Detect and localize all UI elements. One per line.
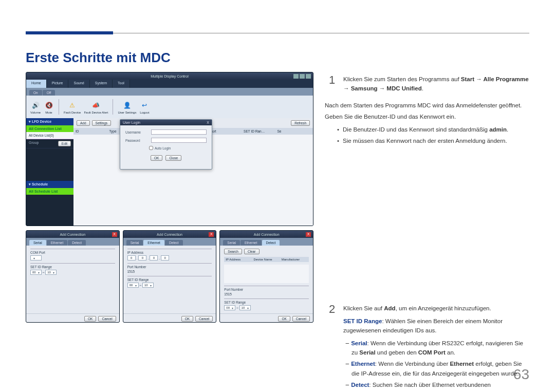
tab-serial[interactable]: Serial: [126, 240, 143, 246]
user-icon: 👤: [122, 100, 132, 110]
cancel-button[interactable]: Cancel: [98, 316, 116, 322]
tab-picture[interactable]: Picture: [47, 80, 69, 88]
sidebar-lfd[interactable]: ▾ LFD Device: [26, 118, 73, 125]
ok-button[interactable]: OK: [181, 316, 193, 322]
setid-to[interactable]: 10: [45, 270, 57, 275]
content-row: ▾ LFD Device All Connection List All Dev…: [26, 118, 313, 226]
main-pane: Add Settings Refresh IDTypePowerConnecti…: [73, 118, 313, 226]
comport-select[interactable]: [30, 255, 42, 260]
tab-tool[interactable]: Tool: [113, 80, 130, 88]
sidebar-devicelist[interactable]: All Device List(0): [26, 132, 73, 139]
clear-button[interactable]: Clear: [244, 249, 260, 254]
close-icon[interactable]: X: [209, 232, 214, 237]
password-input[interactable]: [151, 138, 207, 143]
cancel-button[interactable]: Cancel: [195, 316, 213, 322]
mode-detect: Detect: Suchen Sie nach über Ethernet ve…: [345, 380, 529, 392]
login-close-button[interactable]: Close: [165, 155, 181, 161]
comport-label: COM Port: [30, 251, 115, 254]
after-start-1: Nach dem Starten des Programms MDC wird …: [325, 101, 529, 110]
setid-to[interactable]: 10: [239, 305, 251, 310]
step-1-line: Klicken Sie zum Starten des Programms au…: [343, 74, 529, 94]
step-1: 1 Klicken Sie zum Starten des Programms …: [329, 74, 529, 97]
setid-label: SET ID Range: [30, 265, 115, 269]
dialog-titlebar: User Login X: [120, 120, 212, 125]
user-login-dialog: User Login X Username Password Auto Logi…: [120, 119, 212, 170]
ribbon-user[interactable]: 👤User Settings: [118, 100, 136, 114]
setid-from[interactable]: 00: [224, 305, 235, 310]
mdc-main-window: Multiple Display Control Home Picture So…: [26, 72, 313, 226]
ribbon-volume[interactable]: 🔊Volume: [30, 100, 41, 114]
toolbar-sep2: [113, 99, 113, 115]
tab-home[interactable]: Home: [26, 80, 47, 88]
ok-button[interactable]: OK: [84, 316, 96, 322]
maximize-icon[interactable]: [300, 74, 305, 79]
settings-button[interactable]: Settings: [92, 120, 112, 126]
setid-from[interactable]: 00: [30, 270, 42, 275]
dialog-close-icon[interactable]: X: [207, 121, 209, 124]
toolbar-sep: [59, 99, 59, 115]
subtab-off[interactable]: Off: [43, 90, 55, 96]
username-label: Username: [125, 130, 149, 134]
add-button[interactable]: Add: [77, 120, 90, 126]
step-1-number: 1: [329, 74, 336, 97]
ip-label: IP Address: [127, 251, 212, 254]
detect-grid-header: IP AddressDevice NameManufacturer: [224, 257, 309, 262]
logout-icon: ↩: [139, 100, 150, 110]
ip-octet-1[interactable]: 0: [127, 255, 136, 260]
warning-icon: ⚠: [67, 100, 78, 110]
password-label: Password: [125, 139, 149, 142]
tab-ethernet[interactable]: Ethernet: [47, 240, 68, 246]
ribbon-alert[interactable]: 📣Fault Device Alert: [84, 100, 108, 114]
login-notes: Die Benutzer-ID und das Kennwort sind st…: [335, 125, 529, 146]
ok-button[interactable]: OK: [278, 316, 290, 322]
autologin-checkbox[interactable]: [149, 146, 153, 150]
setid-to[interactable]: 10: [142, 283, 154, 288]
sidebar-schedule[interactable]: ▾ Schedule: [26, 181, 73, 188]
sidebar-sched-body: [26, 195, 73, 226]
add-connection-thumbs: Add ConnectionX Serial Ethernet Detect C…: [26, 230, 313, 323]
step-2-number: 2: [329, 304, 336, 392]
refresh-button[interactable]: Refresh: [291, 120, 310, 126]
search-button[interactable]: Search: [224, 249, 242, 254]
minimize-icon[interactable]: [293, 74, 299, 79]
close-icon[interactable]: X: [112, 232, 117, 237]
window-title: Multiple Display Control: [151, 74, 189, 78]
window-controls: [293, 74, 311, 79]
mode-ethernet: Ethernet: Wenn die Verbindung über Ether…: [345, 359, 529, 378]
tab-ethernet[interactable]: Ethernet: [143, 240, 164, 246]
tab-system[interactable]: System: [90, 80, 113, 88]
sidebar: ▾ LFD Device All Connection List All Dev…: [26, 118, 73, 226]
login-ok-button[interactable]: OK: [151, 155, 162, 161]
ribbon-logout[interactable]: ↩Logout: [139, 100, 150, 114]
tab-detect[interactable]: Detect: [68, 240, 86, 246]
sidebar-groups: Group Edit: [26, 139, 73, 181]
close-icon[interactable]: [306, 74, 311, 79]
note-admin: Die Benutzer-ID und das Kennwort sind st…: [337, 125, 529, 134]
sidebar-connlist[interactable]: All Connection List: [26, 125, 73, 132]
tab-detect[interactable]: Detect: [165, 240, 183, 246]
port-input[interactable]: 1515: [224, 292, 231, 296]
subtab-on[interactable]: On: [29, 90, 42, 96]
tab-detect[interactable]: Detect: [262, 240, 280, 246]
ribbon-fault[interactable]: ⚠Fault Device: [64, 100, 81, 114]
instructions-column: 1 Klicken Sie zum Starten des Programms …: [329, 74, 529, 392]
cancel-button[interactable]: Cancel: [292, 316, 310, 322]
note-change-pw: Sie müssen das Kennwort nach der ersten …: [337, 136, 529, 145]
volume-icon: 🔊: [30, 100, 41, 110]
sidebar-group-row[interactable]: Group Edit: [26, 139, 73, 148]
ip-octet-3[interactable]: 0: [150, 255, 158, 260]
mute-icon: 🔇: [44, 100, 54, 110]
close-icon[interactable]: X: [306, 232, 311, 237]
tab-ethernet[interactable]: Ethernet: [240, 240, 262, 246]
ip-octet-4[interactable]: 0: [161, 255, 169, 260]
tab-serial[interactable]: Serial: [29, 240, 46, 246]
username-input[interactable]: [151, 129, 207, 135]
sidebar-schedlist[interactable]: All Schedule List: [26, 188, 73, 195]
tab-serial[interactable]: Serial: [223, 240, 240, 246]
setid-from[interactable]: 00: [127, 283, 139, 288]
tab-sound[interactable]: Sound: [68, 80, 89, 88]
edit-button[interactable]: Edit: [58, 141, 71, 146]
port-input[interactable]: 1515: [127, 270, 135, 273]
ip-octet-2[interactable]: 0: [138, 255, 146, 260]
ribbon-mute[interactable]: 🔇Mute: [44, 100, 54, 114]
